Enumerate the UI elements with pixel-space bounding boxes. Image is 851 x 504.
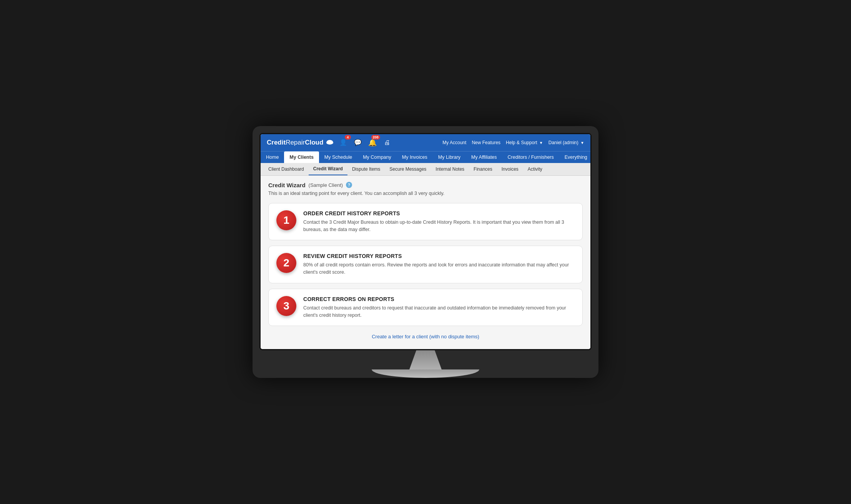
step-title-1: ORDER CREDIT HISTORY REPORTS [303,210,575,216]
sub-nav: Client Dashboard Credit Wizard Dispute I… [261,163,590,176]
step-content-3: CORRECT ERRORS ON REPORTS Contact credit… [303,296,575,319]
step-content-2: REVIEW CREDIT HISTORY REPORTS 80% of all… [303,253,575,276]
subnav-credit-wizard[interactable]: Credit Wizard [309,163,347,175]
create-letter-section: Create a letter for a client (with no di… [268,333,583,340]
create-letter-link[interactable]: Create a letter for a client (with no di… [372,334,479,339]
top-icons: 👤 4 💬 🔔 208 🖨 [338,137,392,148]
subnav-invoices[interactable]: Invoices [497,163,523,175]
subtitle: This is an ideal starting point for ever… [268,191,583,196]
print-icon[interactable]: 🖨 [382,137,392,148]
step-desc-3: Contact credit bureaus and creditors to … [303,304,575,319]
nav-everything[interactable]: Everything [559,151,592,163]
alert-badge: 208 [371,135,380,140]
message-icon[interactable]: 💬 [352,137,363,148]
subnav-internal-notes[interactable]: Internal Notes [431,163,469,175]
nav-my-company[interactable]: My Company [357,151,397,163]
nav-my-schedule[interactable]: My Schedule [319,151,357,163]
step-title-3: CORRECT ERRORS ON REPORTS [303,296,575,302]
client-name: (Sample Client) [309,182,343,188]
logo: CreditRepairCloud [267,139,333,146]
subnav-dispute-items[interactable]: Dispute Items [347,163,385,175]
subnav-finances[interactable]: Finances [469,163,497,175]
step-number-3: 3 [276,296,296,316]
monitor-stand [259,350,592,378]
user-dropdown-arrow: ▼ [580,141,584,145]
my-account-link[interactable]: My Account [442,140,466,145]
notification-icon[interactable]: 👤 4 [338,137,349,148]
main-nav: Home My Clients My Schedule My Company M… [261,151,590,163]
top-right-nav: My Account New Features Help & Support ▼… [442,140,584,145]
monitor-wrapper: CreditRepairCloud 👤 4 💬 [253,126,598,378]
stand-neck [402,350,449,369]
screen-content: CreditRepairCloud 👤 4 💬 [261,134,590,349]
stand-base [372,369,479,378]
step-content-1: ORDER CREDIT HISTORY REPORTS Contact the… [303,210,575,233]
page-title-row: Credit Wizard (Sample Client) ? [268,182,583,188]
help-support-link[interactable]: Help & Support ▼ [506,140,543,145]
monitor-screen: CreditRepairCloud 👤 4 💬 [259,133,592,351]
help-icon[interactable]: ? [346,182,352,188]
step-desc-1: Contact the 3 Credit Major Bureaus to ob… [303,219,575,233]
nav-my-invoices[interactable]: My Invoices [397,151,433,163]
step-card-1: 1 ORDER CREDIT HISTORY REPORTS Contact t… [268,203,583,241]
step-desc-2: 80% of all credit reports contain errors… [303,261,575,276]
nav-my-library[interactable]: My Library [433,151,466,163]
help-dropdown-arrow: ▼ [539,141,543,145]
step-title-2: REVIEW CREDIT HISTORY REPORTS [303,253,575,259]
page-content: Credit Wizard (Sample Client) ? This is … [261,176,590,349]
step-card-3: 3 CORRECT ERRORS ON REPORTS Contact cred… [268,289,583,326]
monitor-outer: CreditRepairCloud 👤 4 💬 [253,126,598,378]
alert-icon[interactable]: 🔔 208 [367,137,378,148]
nav-home[interactable]: Home [261,151,284,163]
new-features-link[interactable]: New Features [472,140,500,145]
step-card-2: 2 REVIEW CREDIT HISTORY REPORTS 80% of a… [268,246,583,283]
page-title-text: Credit Wizard [268,182,306,188]
step-number-2: 2 [276,253,296,273]
top-bar: CreditRepairCloud 👤 4 💬 [261,134,590,151]
step-number-1: 1 [276,210,296,230]
logo-area: CreditRepairCloud 👤 4 💬 [267,137,392,148]
subnav-secure-messages[interactable]: Secure Messages [385,163,431,175]
user-menu[interactable]: Daniel (admin) ▼ [548,140,584,145]
subnav-activity[interactable]: Activity [523,163,547,175]
nav-creditors[interactable]: Creditors / Furnishers [502,151,559,163]
nav-my-clients[interactable]: My Clients [284,151,319,163]
subnav-client-dashboard[interactable]: Client Dashboard [264,163,309,175]
notification-badge: 4 [345,135,351,140]
nav-my-affiliates[interactable]: My Affiliates [466,151,502,163]
